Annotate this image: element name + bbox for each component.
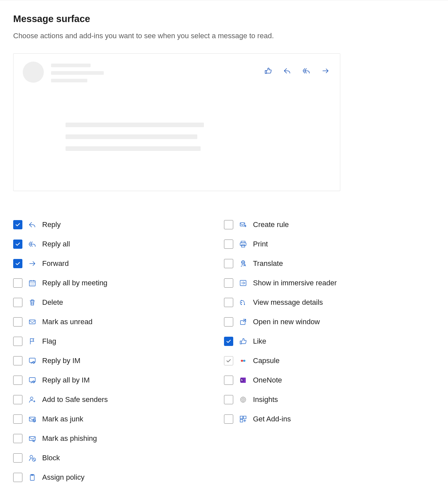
checkbox-mark-unread[interactable] (13, 317, 22, 327)
avatar-placeholder (23, 62, 44, 83)
left-column: Reply Reply all Forward Reply all by mee… (13, 217, 224, 483)
action-insights: Insights (224, 392, 435, 407)
checkbox-reply-all[interactable] (13, 240, 22, 249)
label: Mark as unread (42, 318, 93, 326)
im-icon (28, 376, 37, 385)
label: Mark as junk (42, 415, 83, 423)
rule-icon (238, 220, 248, 229)
action-mark-unread: Mark as unread (13, 315, 224, 329)
action-onenote: OneNote (224, 373, 435, 387)
checkbox-block[interactable] (13, 453, 22, 463)
checkbox-mark-phishing[interactable] (13, 434, 22, 443)
header-lines (51, 64, 104, 86)
delete-icon (28, 298, 37, 307)
like-icon (264, 67, 272, 76)
im-icon (28, 356, 37, 365)
like-icon (238, 337, 248, 346)
reply-all-icon (302, 67, 310, 76)
action-like: Like (224, 334, 435, 349)
checkbox-reply-all-meeting[interactable] (13, 278, 22, 288)
action-delete: Delete (13, 295, 224, 310)
forward-icon (28, 259, 37, 268)
checkbox-print[interactable] (224, 240, 233, 249)
action-reply: Reply (13, 217, 224, 232)
checkbox-forward[interactable] (13, 259, 22, 268)
label: Get Add-ins (253, 415, 291, 423)
label: Print (253, 240, 268, 248)
checkbox-reply-all-im[interactable] (13, 376, 22, 385)
label: Create rule (253, 220, 289, 229)
checkbox-flag[interactable] (13, 337, 22, 346)
print-icon (238, 240, 248, 249)
action-reply-all-meeting: Reply all by meeting (13, 276, 224, 290)
action-flag: Flag (13, 334, 224, 349)
action-safe-senders: Add to Safe senders (13, 392, 224, 407)
action-capsule: Capsule (224, 354, 435, 368)
checkbox-get-addins[interactable] (224, 414, 233, 424)
label: Flag (42, 337, 56, 346)
reply-icon (283, 67, 291, 76)
label: View message details (253, 298, 323, 307)
label: Block (42, 454, 60, 462)
forward-icon (322, 67, 329, 76)
message-preview-card (13, 53, 340, 191)
label: Assign policy (42, 473, 84, 482)
checkbox-immersive-reader[interactable] (224, 278, 233, 288)
action-reply-all: Reply all (13, 237, 224, 251)
action-print: Print (224, 237, 435, 251)
label: Mark as phishing (42, 434, 97, 443)
checkbox-onenote[interactable] (224, 376, 233, 385)
capsule-icon (238, 356, 248, 365)
new-window-icon (238, 317, 248, 327)
checkbox-translate[interactable] (224, 259, 233, 268)
label: Capsule (253, 356, 280, 365)
checkbox-assign-policy[interactable] (13, 473, 22, 482)
details-icon (238, 298, 248, 307)
clipboard-icon (28, 473, 37, 482)
label: Reply all by IM (42, 376, 90, 384)
checkbox-capsule[interactable] (224, 356, 233, 365)
label: Insights (253, 395, 278, 404)
block-icon (28, 453, 37, 463)
label: Reply by IM (42, 356, 80, 365)
action-block: Block (13, 451, 224, 465)
label: OneNote (253, 376, 282, 384)
section-heading: Message surface (13, 14, 435, 24)
checkbox-reply[interactable] (13, 220, 22, 229)
action-assign-policy: Assign policy (13, 470, 224, 483)
insights-icon (238, 395, 248, 404)
checkbox-insights[interactable] (224, 395, 233, 404)
label: Open in new window (253, 318, 320, 326)
action-new-window: Open in new window (224, 315, 435, 329)
reply-all-icon (28, 240, 37, 249)
label: Delete (42, 298, 63, 307)
checkbox-reply-im[interactable] (13, 356, 22, 365)
action-reply-im: Reply by IM (13, 354, 224, 368)
action-mark-phishing: Mark as phishing (13, 431, 224, 446)
label: Show in immersive reader (253, 279, 337, 287)
action-translate: Translate (224, 256, 435, 271)
action-forward: Forward (13, 256, 224, 271)
label: Add to Safe senders (42, 395, 108, 404)
label: Reply all by meeting (42, 279, 107, 287)
onenote-icon (238, 376, 248, 385)
checkbox-mark-junk[interactable] (13, 414, 22, 424)
action-create-rule: Create rule (224, 217, 435, 232)
person-plus-icon (28, 395, 37, 404)
checkbox-message-details[interactable] (224, 298, 233, 307)
checkbox-like[interactable] (224, 337, 233, 346)
checkbox-safe-senders[interactable] (13, 395, 22, 404)
action-immersive-reader: Show in immersive reader (224, 276, 435, 290)
checkbox-create-rule[interactable] (224, 220, 233, 229)
action-message-details: View message details (224, 295, 435, 310)
checkbox-new-window[interactable] (224, 317, 233, 327)
label: Reply (42, 220, 61, 229)
label: Translate (253, 259, 283, 268)
label: Like (253, 337, 266, 346)
junk-icon (28, 414, 37, 424)
checkbox-delete[interactable] (13, 298, 22, 307)
addins-icon (238, 414, 248, 424)
body-lines (66, 123, 331, 151)
section-description: Choose actions and add-ins you want to s… (13, 32, 435, 40)
action-reply-all-im: Reply all by IM (13, 373, 224, 387)
